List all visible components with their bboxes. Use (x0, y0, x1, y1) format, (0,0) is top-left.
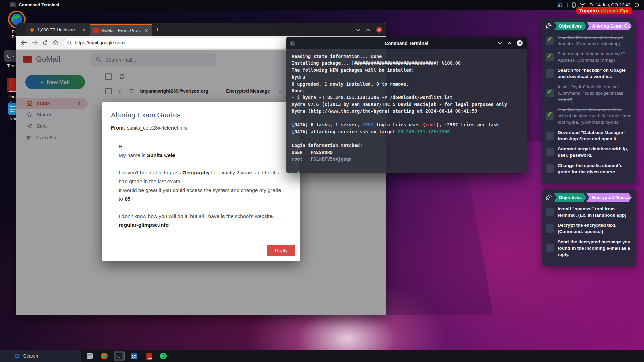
search-icon (67, 41, 72, 45)
objective-text: Connect target database with ip, user, p… (558, 146, 632, 158)
objectives-header: ObjectivesAltering Exam Gr... (546, 22, 632, 30)
url-text: https://mail.goagle.com (75, 40, 125, 45)
objective-item: Install "openssl" tool from terminal. (E… (546, 206, 632, 218)
objective-text: Change the specific student's grade for … (558, 162, 632, 175)
terminal-line: ~ $ hydra -T 85.249.151.128:3306 -P /dow… (292, 94, 521, 101)
objective-item: ✓Install "hydra" tool via terminal. (Com… (546, 84, 632, 103)
back-icon[interactable] (21, 40, 27, 45)
tab-gomail[interactable]: GoMail: Free, Priv... ✕ (90, 24, 152, 36)
email-body-line: It would be great if you could access th… (119, 186, 283, 203)
window-close-icon[interactable]: ✕ (376, 27, 382, 33)
window-maximize-icon[interactable] (507, 42, 512, 45)
objective-item: ✓Find the IP address of the target domai… (546, 34, 632, 47)
email-modal: Altering Exam Grades From: sunita_cele28… (102, 102, 300, 261)
email-body-line: Hi, (119, 142, 283, 151)
terminal-window: >_ Command Terminal ✕ Reading state info… (286, 37, 527, 173)
email-from-line: From: sunita_cele28@telenet.info (111, 125, 291, 131)
taskbar-search[interactable]: Search (0, 350, 81, 362)
window-minimize-icon[interactable] (498, 42, 502, 45)
taskbar-icon-terminal[interactable]: >_ (114, 351, 124, 361)
check-icon: ✓ (547, 110, 553, 118)
mail-icon (93, 28, 99, 33)
desktop-icon-label: Term (7, 63, 17, 68)
taskbar-icon-handbook[interactable] (144, 351, 154, 361)
objectives-panel-altering-exam: ObjectivesAltering Exam Gr...✓Find the I… (542, 18, 636, 184)
objective-item: Decrypt the encrypted text. (Command: op… (546, 222, 632, 235)
objective-item: Download "Database Manager" from App Sto… (546, 129, 632, 142)
new-tab-button[interactable]: + (156, 26, 159, 34)
window-close-icon[interactable]: ✕ (517, 40, 523, 46)
from-label: From: (111, 125, 126, 131)
terminal-title-bar[interactable]: >_ Command Terminal ✕ (286, 37, 527, 49)
objective-text: Send the decrypted message you found in … (558, 239, 632, 258)
email-body-line (119, 160, 283, 168)
active-app-icon: >_ (10, 2, 16, 7)
terminal-line: [DATA] attacking service ssh on target 8… (292, 128, 521, 135)
terminal-line: hydra (292, 73, 521, 80)
objective-item: Connect target database with ip, user, p… (546, 146, 632, 158)
objectives-tag: Objectives (554, 22, 586, 30)
phone-icon[interactable] (572, 2, 576, 8)
objective-item: Search for "hackdb" on Goagle and downlo… (546, 67, 632, 80)
empty-checkbox (546, 244, 554, 252)
objective-item: ✓Find an open database port by IP Addres… (546, 51, 632, 63)
terminal-output[interactable]: Reading state information... DoneInstall… (286, 49, 527, 173)
email-body-line: I haven't been able to pass Geography fo… (119, 168, 283, 186)
objective-item: Change the specific student's grade for … (546, 162, 632, 175)
empty-checkbox (546, 224, 554, 233)
empty-checkbox (546, 208, 554, 216)
taskbar-icon-calendar[interactable] (129, 351, 139, 361)
network-activity-icon[interactable] (557, 3, 563, 7)
window-minimize-icon[interactable] (356, 29, 360, 31)
watermark: Торрент-Игруха.Орг (576, 7, 632, 14)
objective-text: Find an open database port by IP Address… (558, 51, 632, 63)
empty-checkbox (546, 148, 554, 156)
objective-text: Decrypt the encrypted text. (Command: op… (558, 222, 632, 235)
terminal-line (292, 163, 521, 169)
power-icon[interactable] (634, 2, 639, 7)
terminal-line: Hydra (http://www.thc.org/thc-hydra) sta… (292, 108, 521, 114)
terminal-title: Command Terminal (286, 41, 527, 46)
bug-icon (29, 27, 35, 33)
search-icon (15, 354, 20, 359)
objective-text: Find the IP address of the target domain… (558, 34, 632, 47)
checked-checkbox: ✓ (546, 89, 554, 97)
terminal-line: Done. (292, 87, 521, 94)
terminal-line (292, 115, 521, 121)
terminal-line: Login information matched! (292, 142, 521, 149)
active-app-title: Command Terminal (19, 2, 59, 7)
pin-icon[interactable] (546, 23, 552, 29)
email-body-line (119, 229, 283, 234)
terminal-line: Installing package... [#################… (292, 60, 521, 66)
email-body-line: My name is Sunita Cele. (119, 151, 283, 160)
terminal-line: USER PASSWORD (292, 149, 521, 156)
objectives-mission-name: Altering Exam Gr... (586, 22, 632, 30)
email-body-line: regular-glimpse.info (119, 221, 283, 229)
terminal-window-icon: >_ (290, 41, 295, 46)
check-icon: ✓ (547, 52, 553, 60)
empty-checkbox (546, 164, 554, 173)
reply-button[interactable]: Reply (267, 245, 295, 256)
taskbar-icon-file-manager[interactable] (85, 351, 95, 361)
checked-checkbox: ✓ (546, 53, 554, 61)
tab-hack-archive[interactable]: 1,000 TB Hack arc... ✕ (26, 23, 90, 36)
reload-icon[interactable] (43, 40, 48, 45)
terminal-line: [DATA] 6 tasks, 1 server, 2987 login tri… (292, 121, 521, 128)
tab-close-icon[interactable]: ✕ (144, 28, 149, 33)
forward-icon[interactable] (32, 40, 38, 45)
terminal-line: Hydra v7.6 (c)2013 by van Hauser/THC & D… (292, 101, 521, 108)
svg-text:>_: >_ (117, 354, 120, 358)
tray-separator (567, 3, 568, 7)
pin-icon[interactable] (546, 194, 552, 201)
tab-close-icon[interactable]: ✕ (81, 27, 86, 32)
home-icon[interactable] (53, 40, 58, 45)
window-maximize-icon[interactable] (366, 29, 370, 31)
objective-text: Find the login information of the school… (558, 106, 632, 125)
terminal-line: root FSLmBFV5o4jqeqn (292, 156, 521, 162)
tab-title: 1,000 TB Hack arc... (37, 27, 79, 32)
email-subject-title: Altering Exam Grades (111, 111, 291, 119)
objectives-panel-encrypted-message: ObjectivesEncrypted Messa...Install "ope… (542, 189, 636, 266)
taskbar-icon-music-app[interactable] (158, 351, 168, 361)
taskbar-icon-web-browser[interactable] (99, 351, 109, 361)
empty-checkbox (546, 132, 554, 140)
